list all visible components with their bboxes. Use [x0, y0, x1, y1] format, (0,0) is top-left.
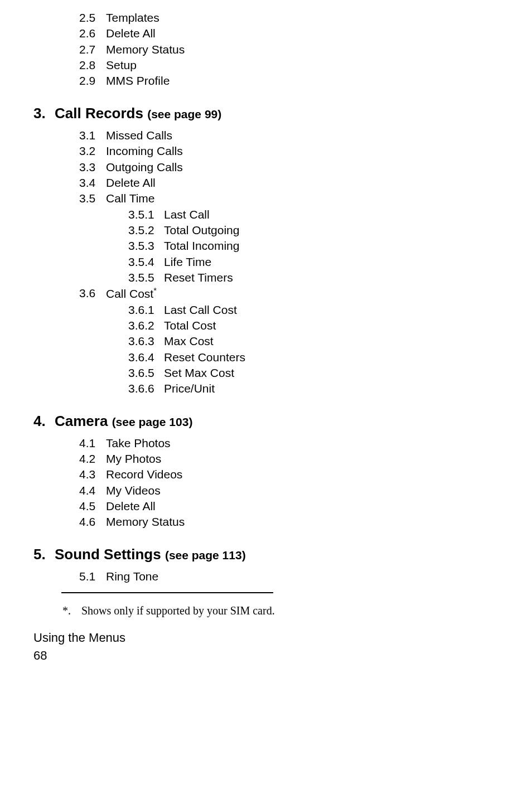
menu-item: 4.3Record Videos	[79, 467, 499, 482]
section-title: Sound Settings (see page 113)	[55, 545, 246, 564]
section-5-items: 5.1Ring Tone	[33, 569, 499, 584]
submenu-item: 3.6.1Last Call Cost	[128, 302, 499, 318]
section-number: 3.	[33, 104, 55, 123]
footnote-mark: *.	[62, 603, 81, 618]
menu-item: 3.3Outgoing Calls	[79, 159, 499, 175]
submenu-item: 3.5.2Total Outgoing	[128, 222, 499, 238]
menu-item: 2.8Setup	[79, 57, 499, 73]
item-number: 4.3	[79, 467, 106, 482]
menu-item: 4.2My Photos	[79, 451, 499, 467]
item-number: 3.5.1	[128, 207, 164, 222]
item-label: Incoming Calls	[106, 143, 499, 159]
item-number: 3.4	[79, 175, 106, 191]
section-title: Camera (see page 103)	[55, 411, 192, 431]
item-number: 2.7	[79, 42, 106, 57]
menu-item: 5.1Ring Tone	[79, 569, 499, 584]
section-title-text: Camera	[55, 413, 112, 429]
page-number: 68	[33, 647, 499, 664]
item-number: 4.6	[79, 514, 106, 530]
item-label: Total Cost	[164, 318, 499, 333]
item-number: 4.5	[79, 498, 106, 514]
item-label: Total Outgoing	[164, 222, 499, 238]
menu-item: 4.5Delete All	[79, 498, 499, 514]
see-page-ref: (see page 113)	[165, 549, 246, 561]
menu-item: 2.7Memory Status	[79, 42, 499, 57]
menu-item: 2.5Templates	[79, 10, 499, 26]
section-3-5-subitems: 3.5.1Last Call 3.5.2Total Outgoing 3.5.3…	[33, 207, 499, 286]
submenu-item: 3.6.5Set Max Cost	[128, 365, 499, 381]
menu-item: 3.4Delete All	[79, 175, 499, 191]
item-number: 3.6.6	[128, 381, 164, 396]
item-label: Take Photos	[106, 435, 499, 451]
section-4-items: 4.1Take Photos 4.2My Photos 4.3Record Vi…	[33, 435, 499, 530]
item-number: 3.5.4	[128, 254, 164, 270]
item-number: 3.6.5	[128, 365, 164, 381]
item-number: 4.4	[79, 483, 106, 498]
item-label: Setup	[106, 57, 499, 73]
item-label: Delete All	[106, 498, 499, 514]
section-number: 4.	[33, 411, 55, 431]
section-number: 5.	[33, 545, 55, 564]
item-number: 3.5	[79, 191, 106, 206]
item-label: My Photos	[106, 451, 499, 467]
item-label: Delete All	[106, 26, 499, 41]
running-footer-title: Using the Menus	[33, 629, 499, 646]
item-label: Last Call Cost	[164, 302, 499, 318]
item-label: Call Time	[106, 191, 499, 206]
menu-item: 3.6 Call Cost*	[79, 285, 499, 302]
item-label: My Videos	[106, 483, 499, 498]
submenu-item: 3.5.1Last Call	[128, 207, 499, 222]
section-3-items: 3.1Missed Calls 3.2Incoming Calls 3.3Out…	[33, 128, 499, 207]
item-label: Reset Counters	[164, 350, 499, 365]
submenu-item: 3.6.2Total Cost	[128, 318, 499, 333]
item-number: 3.6.2	[128, 318, 164, 333]
footnote-text: Shows only if supported by your SIM card…	[81, 603, 275, 618]
item-number: 3.6	[79, 285, 106, 302]
section-heading-sound-settings: 5. Sound Settings (see page 113)	[33, 545, 499, 564]
submenu-item: 3.6.3Max Cost	[128, 333, 499, 349]
item-label: MMS Profile	[106, 73, 499, 89]
item-label: Last Call	[164, 207, 499, 222]
item-number: 3.2	[79, 143, 106, 159]
item-number: 3.5.3	[128, 238, 164, 254]
section-heading-call-records: 3. Call Records (see page 99)	[33, 104, 499, 123]
section-title-text: Sound Settings	[55, 546, 165, 563]
menu-item: 4.4My Videos	[79, 483, 499, 498]
item-label: Delete All	[106, 175, 499, 191]
item-label: Set Max Cost	[164, 365, 499, 381]
item-number: 3.3	[79, 159, 106, 175]
item-number: 3.6.3	[128, 333, 164, 349]
item-label: Price/Unit	[164, 381, 499, 396]
item-label: Life Time	[164, 254, 499, 270]
menu-item: 4.6Memory Status	[79, 514, 499, 530]
item-label: Max Cost	[164, 333, 499, 349]
item-label: Reset Timers	[164, 270, 499, 285]
see-page-ref: (see page 103)	[112, 415, 193, 428]
item-number: 4.2	[79, 451, 106, 467]
section-title-text: Call Records	[55, 105, 147, 122]
menu-item: 2.6Delete All	[79, 26, 499, 41]
item-label: Memory Status	[106, 514, 499, 530]
item-number: 2.8	[79, 57, 106, 73]
item-label: Templates	[106, 10, 499, 26]
item-number: 3.1	[79, 128, 106, 143]
menu-item: 3.2Incoming Calls	[79, 143, 499, 159]
item-label: Call Cost*	[106, 285, 499, 302]
item-label: Outgoing Calls	[106, 159, 499, 175]
item-label: Ring Tone	[106, 569, 499, 584]
section-heading-camera: 4. Camera (see page 103)	[33, 411, 499, 431]
menu-item: 2.9MMS Profile	[79, 73, 499, 89]
item-number: 3.5.2	[128, 222, 164, 238]
item-number: 2.9	[79, 73, 106, 89]
see-page-ref: (see page 99)	[147, 108, 221, 120]
section-title: Call Records (see page 99)	[55, 104, 221, 123]
item-number: 2.5	[79, 10, 106, 26]
item-number: 5.1	[79, 569, 106, 584]
submenu-item: 3.5.4Life Time	[128, 254, 499, 270]
section-2-items: 2.5Templates 2.6Delete All 2.7Memory Sta…	[33, 10, 499, 89]
submenu-item: 3.6.6Price/Unit	[128, 381, 499, 396]
item-label: Missed Calls	[106, 128, 499, 143]
item-label: Record Videos	[106, 467, 499, 482]
section-3-6-subitems: 3.6.1Last Call Cost 3.6.2Total Cost 3.6.…	[33, 302, 499, 397]
section-3-item-call-cost: 3.6 Call Cost*	[33, 285, 499, 302]
